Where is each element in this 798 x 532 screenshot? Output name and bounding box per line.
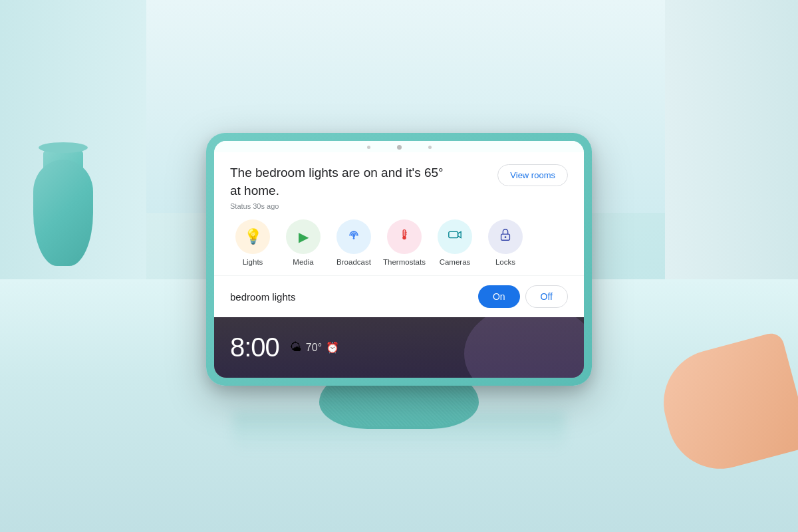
background-blob	[464, 317, 584, 378]
vase-body	[33, 160, 93, 266]
media-icon: ▶	[299, 229, 309, 245]
svg-point-10	[505, 236, 507, 238]
lights-control-row: bedroom lights On Off	[214, 275, 584, 317]
svg-point-5	[402, 236, 406, 240]
main-message: The bedroom lights are on and it's 65° a…	[230, 164, 456, 200]
device-reflection	[233, 412, 565, 452]
thermostats-icon-circle	[387, 219, 422, 254]
top-section: The bedroom lights are on and it's 65° a…	[214, 152, 584, 275]
media-icon-item[interactable]: ▶ Media	[281, 219, 326, 266]
thermostats-icon-item[interactable]: Thermostats	[382, 219, 427, 266]
bottom-section: 8:00 🌤 70° ⏰	[214, 317, 584, 378]
lights-icon-circle: 💡	[235, 219, 270, 254]
cameras-icon-circle	[438, 219, 472, 254]
locks-label: Locks	[495, 258, 515, 266]
broadcast-icon	[346, 228, 361, 246]
broadcast-icon-item[interactable]: Broadcast	[331, 219, 376, 266]
lights-icon-item[interactable]: 💡 Lights	[230, 219, 275, 266]
off-button[interactable]: Off	[525, 285, 568, 308]
screen-content: The bedroom lights are on and it's 65° a…	[214, 152, 584, 378]
vase-decoration	[20, 133, 106, 266]
media-label: Media	[293, 258, 313, 266]
cameras-icon-item[interactable]: Cameras	[432, 219, 477, 266]
vase-top	[39, 142, 88, 153]
cameras-label: Cameras	[440, 258, 471, 266]
clock-time: 8:00	[230, 332, 279, 362]
locks-icon	[498, 227, 513, 246]
device-screen: The bedroom lights are on and it's 65° a…	[214, 141, 584, 378]
device-case: The bedroom lights are on and it's 65° a…	[206, 133, 592, 386]
svg-rect-2	[353, 237, 354, 239]
google-home-hub: The bedroom lights are on and it's 65° a…	[206, 133, 592, 386]
broadcast-icon-circle	[336, 219, 371, 254]
broadcast-label: Broadcast	[336, 258, 371, 266]
weather-temperature: 70°	[306, 342, 322, 354]
thermostats-label: Thermostats	[383, 258, 426, 266]
alarm-clock-icon: ⏰	[326, 341, 339, 354]
media-icon-circle: ▶	[286, 219, 321, 254]
svg-rect-4	[404, 231, 405, 236]
camera-bar	[214, 141, 584, 152]
on-button[interactable]: On	[478, 285, 520, 308]
status-text: Status 30s ago	[230, 202, 568, 210]
icon-grid: 💡 Lights ▶ Media	[230, 219, 568, 266]
cameras-icon	[448, 227, 462, 246]
lights-icon: 💡	[244, 228, 262, 245]
locks-icon-circle	[488, 219, 523, 254]
lights-control-label: bedroom lights	[230, 291, 295, 303]
toggle-buttons: On Off	[478, 285, 568, 308]
camera-dot-center	[397, 145, 402, 150]
weather-info: 🌤 70° ⏰	[290, 340, 339, 354]
svg-point-0	[352, 233, 356, 237]
view-rooms-button[interactable]: View rooms	[497, 164, 568, 186]
weather-sun-icon: 🌤	[290, 340, 302, 354]
sensor-dot-right	[428, 146, 432, 149]
svg-rect-8	[449, 232, 458, 238]
locks-icon-item[interactable]: Locks	[483, 219, 528, 266]
thermostats-icon	[397, 227, 412, 246]
sensor-dot-left	[367, 146, 370, 149]
header-row: The bedroom lights are on and it's 65° a…	[230, 164, 568, 200]
lights-label: Lights	[243, 258, 263, 266]
